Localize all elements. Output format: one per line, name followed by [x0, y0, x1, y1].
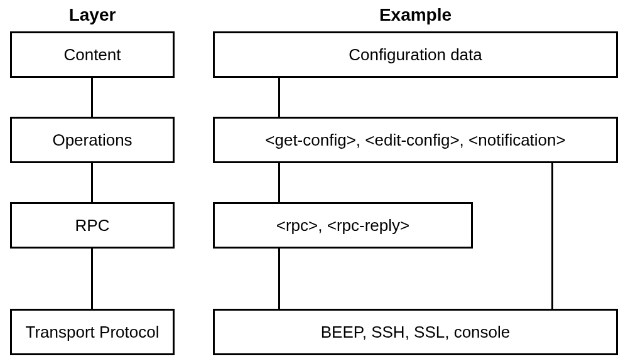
diagram-stage: Layer Example Content Operations RPC Tra… [0, 0, 628, 364]
connector-example-3 [278, 249, 280, 309]
connector-layer-2 [91, 163, 93, 202]
connector-layer-1 [91, 78, 93, 117]
header-example: Example [213, 5, 618, 25]
example-box-content: Configuration data [213, 31, 618, 78]
header-layer: Layer [10, 5, 175, 25]
layer-box-transport: Transport Protocol [10, 309, 175, 355]
connector-example-1 [278, 78, 280, 117]
example-box-operations: <get-config>, <edit-config>, <notificati… [213, 117, 618, 163]
example-label-rpc: <rpc>, <rpc-reply> [276, 216, 409, 235]
layer-box-rpc: RPC [10, 202, 175, 249]
example-label-content: Configuration data [349, 45, 482, 65]
layer-label-content: Content [63, 45, 121, 65]
connector-layer-3 [91, 249, 93, 309]
example-label-operations: <get-config>, <edit-config>, <notificati… [265, 131, 565, 150]
connector-example-2 [278, 163, 280, 202]
layer-label-transport: Transport Protocol [26, 323, 160, 342]
layer-box-operations: Operations [10, 117, 175, 163]
example-box-transport: BEEP, SSH, SSL, console [213, 309, 618, 355]
layer-label-rpc: RPC [75, 216, 110, 235]
layer-label-operations: Operations [52, 131, 132, 150]
connector-example-bypass [551, 163, 553, 309]
layer-box-content: Content [10, 31, 175, 78]
example-box-rpc: <rpc>, <rpc-reply> [213, 202, 473, 249]
example-label-transport: BEEP, SSH, SSL, console [321, 323, 511, 342]
